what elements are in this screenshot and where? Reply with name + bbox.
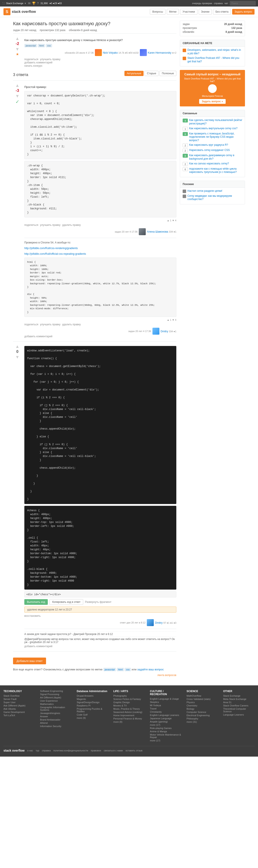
answer1-username[interactable]: Алена Шамонова [147,230,168,233]
accepted-checkmark[interactable]: ✓ [15,99,19,105]
linked-link-6[interactable]: Как на canvas нарисовать сетку? [189,162,229,166]
footer-link-la9[interactable]: more (8) [114,720,145,723]
footer-link-se3[interactable]: Art Different (Apple) [40,696,72,699]
footer-link-cu8[interactable]: Arqade (gaming) [150,720,181,723]
answer1-improve[interactable]: улучшить правку [40,223,60,226]
ad-button[interactable]: Задать вопрос » [199,99,226,104]
stack-exchange-logo[interactable]: ⬛ Stack Exchange ▼ [2,2,26,5]
footer-link-la1[interactable]: Photography [114,694,145,697]
footer-link-cu3[interactable]: Mi Yodeya [150,704,181,707]
footer-link-cu4[interactable]: Travel [150,707,181,710]
tab-useful[interactable]: Полезные [159,71,176,76]
footer-link-sc3[interactable]: Physics [187,701,218,704]
footer-link-sc2[interactable]: Cross Validated (stats) [187,698,218,700]
add-comment-question[interactable]: добавить комментарий [24,61,52,64]
footer-link-la8[interactable]: Personal Finance & Money [114,717,145,720]
footer-link-cu-anime[interactable]: Anime & Manga [150,730,181,733]
tag-css[interactable]: css [46,44,52,47]
answer1-share2[interactable]: поделиться [24,323,38,326]
footer-link-ot5[interactable]: Theoretical Computer Science [223,708,255,713]
nav-unanswered[interactable]: Без ответа [213,9,231,14]
also-tag-js[interactable]: javascript [103,668,116,671]
footer-nav-tour[interactable]: тур [36,749,39,752]
add-answer-button[interactable]: Добавьте ваш ответ [13,657,46,664]
linked-link-0[interactable]: Как сделать систему пользователей (войти… [189,119,242,125]
share-link[interactable]: поделиться [24,58,38,61]
footer-link-cu-motor[interactable]: Motor Vehicle Maintenance & Repair [150,733,181,739]
footer-nav-contact[interactable]: связаться с нами [104,749,123,752]
question-editor-name[interactable]: Karen Hermanovsky [148,51,171,54]
footer-link-se2[interactable]: Signal Processing [40,693,72,695]
execute-button[interactable]: Выполнить код [24,599,48,605]
footer-link-sc1[interactable]: MathOverflow [187,694,218,697]
linked-link-2[interactable]: Как проверить с помощью JavaScript, подк… [189,132,242,142]
review-queue-link[interactable]: очередь проверки [192,2,212,5]
answer1-add-comment[interactable]: добавить комментарий [24,335,52,338]
footer-link-la5[interactable]: Music, Practice & Theory [114,708,145,710]
also-tag-html[interactable]: html [117,668,124,671]
help-link[interactable]: справка [214,2,223,5]
footer-link-gamedev[interactable]: Game Development [3,711,35,713]
achievements-icon[interactable]: 🏆 [32,2,36,5]
answer1-share[interactable]: поделиться [24,223,38,226]
linked-link-7[interactable]: подскажите как с помощью while цикла нар… [189,167,242,174]
footer-nav-help[interactable]: справка [42,749,51,752]
footer-link-cu1[interactable]: English Language & Usage [150,698,181,700]
footer-link-cu-more[interactable]: more (17) [150,739,181,742]
footer-link-math[interactable]: Mathematics [40,703,72,705]
answer2-username[interactable]: Dmitry [155,621,163,624]
footer-link-cu6[interactable]: English Language Learners [150,714,181,716]
answer1-delete[interactable]: удалить правку [62,223,81,226]
footer-link-cu-rpg[interactable]: Role-playing Games [150,727,181,730]
answer1-remove2[interactable]: удалить правку [62,323,81,326]
tab-active[interactable]: Актуальные [124,71,144,76]
footer-link-cu5[interactable]: Christianity [150,711,181,713]
footer-link-la4[interactable]: Movies & TV [114,704,145,707]
footer-link-la6[interactable]: Seasoned Advice (cooking) [114,711,145,713]
answer2-add-comment[interactable]: добавить комментарий [24,645,52,648]
footer-link-db1[interactable]: Drupal Answers [77,694,108,697]
tag-html[interactable]: html [38,44,45,47]
footer-link-tex[interactable]: TeX-LaTeX [3,714,35,717]
answer2-downvote[interactable]: ▼ [15,355,20,359]
answer1-link2[interactable]: http://jsfiddle.com/Rull/official-css-re… [24,252,176,256]
nav-ask[interactable]: Задать вопрос [232,9,255,14]
footer-link-la2[interactable]: Science Fiction & Fantasy [114,698,145,700]
footer-link-db6[interactable]: Code Golf [77,713,108,716]
answer1-improve2[interactable]: улучшить правку [40,323,60,326]
answer2-upvote[interactable]: ▲ [15,344,20,348]
footer-link-gis[interactable]: Geographic Information Systems [40,706,72,711]
footer-link-cu7[interactable]: Japanese Language [150,717,181,720]
footer-link-infosec[interactable]: Information Security [40,725,72,727]
footer-link-ubuntu[interactable]: Ask Ubuntu [3,708,35,710]
footer-link-db4[interactable]: Raspberry Pi [77,704,108,707]
chat-link[interactable]: чат [224,2,228,5]
answer1-link1[interactable]: http://jsfiddle.com/Rull/css-rendering/g… [24,246,176,250]
footer-link-su[interactable]: Super User [3,701,35,704]
nav-tags[interactable]: Метки [167,9,179,14]
footer-link-se1[interactable]: Software Engineering [40,690,72,692]
tag-javascript[interactable]: javascript [24,44,37,47]
feed-link[interactable]: лента вопросов [157,674,176,677]
footer-link-ee[interactable]: Electrical Engineering [187,714,218,717]
nav-users[interactable]: Участники [180,9,197,14]
footer-link-apple[interactable]: Ask Different (Apple) [3,704,35,707]
nav-questions[interactable]: Вопросы [150,9,165,14]
also-tag-css[interactable]: css [125,668,131,671]
answer2-restore[interactable]: восстановить [24,614,41,617]
footer-link-brand[interactable]: Brand Ambassador [40,718,72,721]
upvote-button[interactable]: ▲ [15,36,20,41]
footer-link-ot3[interactable]: Area 51 [223,701,255,704]
footer-link-sc6[interactable]: Computer Science [187,711,218,713]
answer1-username2[interactable]: Dmitry [161,330,168,333]
search-input[interactable] [230,1,256,6]
footer-link-db2[interactable]: Magento [77,698,108,700]
nav-badges[interactable]: Значки [199,9,212,14]
question-user-name[interactable]: Nick Volyako [103,51,118,54]
inbox-icon[interactable]: ✉ [28,2,31,5]
footer-nav-about[interactable]: о нас [27,749,33,752]
footer-link-sc-more[interactable]: more (31) [187,720,218,723]
tab-old[interactable]: Старые [144,71,159,76]
footer-link-ot1[interactable]: Stack Exchange [223,694,255,697]
footer-link-sc4[interactable]: Chemistry [187,704,218,707]
